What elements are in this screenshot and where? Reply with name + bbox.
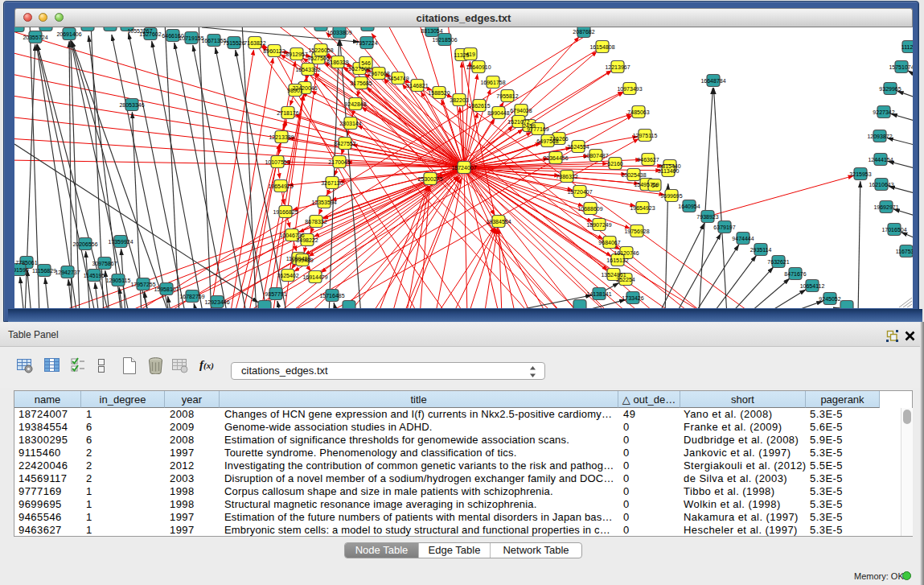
svg-text:17016504: 17016504 (881, 227, 906, 233)
svg-text:6497568: 6497568 (536, 138, 558, 144)
svg-text:98901: 98901 (287, 88, 303, 93)
svg-text:10553267: 10553267 (127, 28, 152, 34)
svg-text:15720407: 15720407 (567, 189, 592, 195)
svg-text:1167533: 1167533 (896, 249, 913, 254)
svg-text:3113460: 3113460 (658, 168, 680, 174)
svg-text:19756928: 19756928 (624, 229, 649, 234)
svg-text:8427552: 8427552 (334, 141, 355, 146)
svg-text:19654925: 19654925 (268, 183, 293, 189)
svg-text:10807487: 10807487 (583, 153, 608, 159)
svg-text:25300275: 25300275 (417, 176, 442, 182)
svg-text:12923446: 12923446 (204, 299, 229, 305)
svg-text:2803144: 2803144 (339, 121, 361, 126)
svg-text:12093872: 12093872 (867, 134, 892, 139)
svg-text:7625402: 7625402 (277, 273, 298, 278)
svg-text:9245052: 9245052 (819, 296, 840, 302)
svg-text:16154808: 16154808 (589, 44, 614, 50)
svg-text:19166825: 19166825 (273, 209, 298, 215)
svg-text:12975115: 12975115 (633, 133, 658, 138)
svg-text:7938923: 7938923 (696, 214, 718, 220)
svg-text:7163822: 7163822 (244, 40, 265, 46)
svg-text:3175685: 3175685 (350, 80, 372, 86)
svg-text:9227342: 9227342 (873, 109, 894, 115)
svg-text:9684067: 9684067 (598, 240, 620, 245)
svg-text:19654923: 19654923 (630, 205, 655, 211)
svg-text:16782759: 16782759 (179, 294, 204, 299)
svg-text:8678332: 8678332 (305, 219, 326, 225)
svg-text:20364456: 20364456 (543, 155, 568, 161)
svg-text:17359924: 17359924 (108, 239, 133, 245)
svg-text:19692971: 19692971 (873, 204, 898, 210)
svg-text:8186328: 8186328 (326, 60, 348, 65)
svg-text:10973493: 10973493 (617, 86, 642, 92)
svg-text:7785061: 7785061 (15, 260, 37, 266)
svg-text:1733426: 1733426 (622, 295, 643, 301)
svg-text:7632621: 7632621 (767, 259, 789, 265)
svg-text:391590: 391590 (14, 267, 29, 273)
svg-text:10025438: 10025438 (621, 172, 646, 178)
svg-text:10719155: 10719155 (179, 35, 203, 41)
svg-text:30975867: 30975867 (92, 261, 117, 266)
svg-text:8813054: 8813054 (421, 28, 442, 34)
svg-text:1588520: 1588520 (428, 90, 450, 96)
svg-text:16120746: 16120746 (614, 250, 639, 256)
svg-text:12905115: 12905115 (106, 278, 131, 283)
svg-text:10688609: 10688609 (577, 206, 602, 212)
svg-text:16648784: 16648784 (700, 78, 725, 84)
svg-text:2170045: 2170045 (328, 159, 350, 165)
svg-text:8912957: 8912957 (285, 51, 307, 57)
svg-text:9242848: 9242848 (344, 101, 366, 107)
svg-text:546: 546 (361, 60, 371, 66)
svg-text:9474444: 9474444 (732, 236, 754, 241)
svg-text:14138141: 14138141 (586, 291, 611, 297)
svg-text:12444154: 12444154 (868, 157, 893, 163)
svg-text:1615132: 1615132 (606, 257, 628, 263)
svg-text:8454749: 8454749 (387, 76, 409, 81)
svg-text:2718176: 2718176 (277, 110, 298, 116)
svg-text:19384554: 19384554 (486, 219, 511, 225)
svg-text:1362615: 1362615 (468, 103, 490, 109)
svg-text:1640954: 1640954 (678, 204, 700, 209)
svg-text:2087682: 2087682 (573, 29, 594, 35)
svg-text:16543392: 16543392 (295, 67, 320, 72)
svg-text:16914479: 16914479 (302, 274, 327, 280)
svg-text:12213389: 12213389 (269, 134, 294, 140)
svg-text:8471676: 8471676 (784, 271, 806, 277)
svg-text:9146821: 9146821 (406, 83, 428, 89)
svg-text:9463627: 9463627 (637, 157, 659, 163)
svg-text:18907249: 18907249 (586, 222, 611, 228)
svg-text:8990448: 8990448 (487, 110, 509, 116)
svg-text:1099489: 1099489 (291, 257, 313, 263)
svg-text:16033809: 16033809 (326, 30, 351, 35)
svg-text:20691406: 20691406 (56, 31, 81, 37)
svg-text:3498222: 3498222 (296, 237, 318, 243)
svg-text:6794028: 6794028 (510, 108, 532, 113)
svg-text:15226058: 15226058 (308, 47, 333, 53)
svg-text:7485063: 7485063 (627, 109, 649, 115)
svg-text:7515526: 7515526 (223, 40, 244, 46)
svg-text:3624554: 3624554 (567, 144, 589, 150)
svg-text:18724007: 18724007 (451, 165, 476, 171)
svg-text:382203: 382203 (450, 97, 468, 103)
svg-text:252254: 252254 (616, 277, 634, 282)
svg-text:6379197: 6379197 (713, 225, 735, 230)
svg-text:11121: 11121 (901, 44, 913, 50)
svg-text:9777169: 9777169 (527, 126, 548, 132)
svg-text:64: 64 (651, 183, 658, 188)
svg-text:3215953: 3215953 (849, 171, 871, 177)
svg-text:7386322: 7386322 (556, 174, 577, 179)
svg-text:7357224: 7357224 (355, 40, 377, 46)
svg-text:16210643: 16210643 (869, 182, 893, 187)
svg-text:15751074: 15751074 (889, 64, 913, 70)
svg-text:419: 419 (466, 51, 475, 57)
svg-text:10107553: 10107553 (265, 159, 290, 165)
svg-text:15716485: 15716485 (319, 293, 344, 299)
svg-text:12213967: 12213967 (605, 64, 630, 70)
svg-text:8960123: 8960123 (263, 48, 285, 54)
svg-text:9329965: 9329965 (879, 86, 901, 92)
svg-text:11156829: 11156829 (32, 268, 56, 274)
svg-text:15958107: 15958107 (154, 286, 179, 292)
svg-text:18640910: 18640910 (466, 64, 491, 70)
svg-text:20355724: 20355724 (23, 35, 47, 40)
svg-text:1145195: 1145195 (84, 273, 105, 278)
